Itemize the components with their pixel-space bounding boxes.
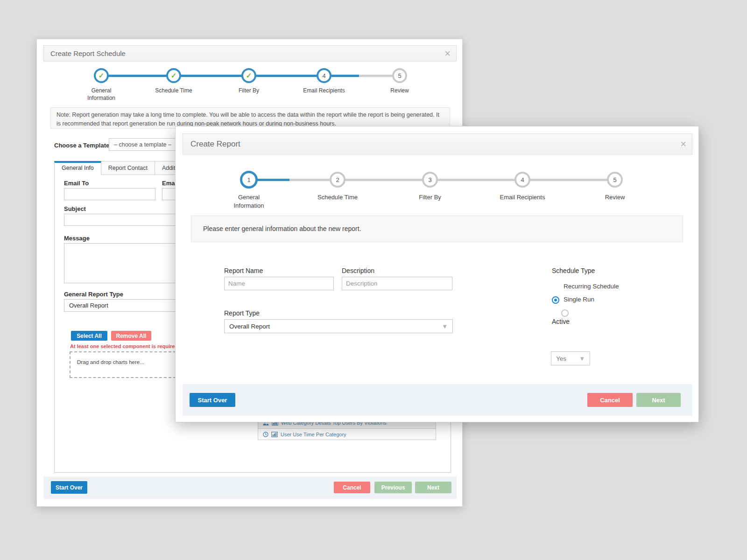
chevron-down-icon: ▼ [442, 323, 448, 330]
modal-footer: Start Over Cancel Previous Next [43, 476, 457, 499]
previous-button[interactable]: Previous [374, 482, 412, 493]
email-to-label: Email To [64, 180, 89, 187]
cancel-button[interactable]: Cancel [334, 482, 370, 493]
step-label: General Information [81, 87, 122, 102]
next-button[interactable]: Next [636, 393, 681, 407]
recurring-schedule-radio[interactable] [552, 296, 559, 304]
start-over-button[interactable]: Start Over [190, 393, 235, 407]
step-circle-schedule-time[interactable]: 2 [330, 172, 345, 188]
message-label: Message [64, 235, 90, 242]
modal-header: Create Report Schedule × [43, 45, 457, 62]
step-label: Schedule Time [143, 87, 204, 94]
step-label: Review [369, 87, 430, 94]
start-over-button[interactable]: Start Over [51, 481, 87, 494]
select-all-button[interactable]: Select All [71, 331, 107, 341]
create-report-modal: Create Report × 1 2 3 4 5 General Inform… [175, 126, 699, 422]
step-label: Review [582, 193, 648, 202]
step-circle-filter-by[interactable]: 3 [422, 172, 438, 188]
step-label: Email Recipients [294, 87, 354, 94]
single-run-label[interactable]: Single Run [564, 296, 594, 303]
tab-report-contact[interactable]: Report Contact [101, 161, 155, 175]
general-report-type-value: Overall Report [69, 302, 108, 309]
general-report-type-label: General Report Type [64, 291, 123, 298]
modal-header: Create Report × [183, 133, 692, 154]
active-value: Yes [556, 355, 566, 362]
clock-icon [263, 432, 268, 437]
step-circle-general-information[interactable]: ✓ [94, 68, 109, 83]
description-input[interactable] [342, 277, 452, 290]
modal-title: Create Report [190, 140, 240, 149]
report-name-label: Report Name [224, 267, 263, 274]
chart-item-label: User Use Time Per Category [281, 432, 346, 437]
cancel-button[interactable]: Cancel [587, 393, 633, 407]
check-icon: ✓ [99, 71, 105, 80]
info-message: Please enter general information about t… [191, 216, 683, 242]
next-button[interactable]: Next [415, 482, 451, 493]
active-label: Active [552, 318, 570, 325]
step-circle-review[interactable]: 5 [392, 68, 407, 83]
email-to-input[interactable] [64, 188, 155, 200]
choose-template-label: Choose a Template: [54, 142, 112, 149]
report-type-value: Overall Report [229, 323, 270, 330]
check-icon: ✓ [171, 71, 177, 80]
step-label: Schedule Time [305, 193, 370, 202]
single-run-radio[interactable] [561, 309, 569, 317]
active-select[interactable]: Yes ▼ [551, 351, 590, 365]
validation-error: At least one selected component is requi… [70, 343, 180, 349]
report-name-input[interactable] [224, 277, 334, 290]
step-circle-email-recipients[interactable]: 4 [514, 172, 530, 188]
step-circle-review[interactable]: 5 [607, 172, 623, 188]
chart-list-item[interactable]: User Use Time Per Category [258, 428, 436, 440]
description-label: Description [342, 267, 374, 274]
step-circle-general-information[interactable]: 1 [240, 171, 258, 189]
close-icon[interactable]: × [675, 139, 692, 149]
tab-general-info[interactable]: General Info [54, 161, 101, 175]
wizard-stepper: ✓ ✓ ✓ 4 5 General Information Schedule T… [43, 68, 457, 109]
step-circle-email-recipients[interactable]: 4 [317, 68, 331, 83]
recurring-schedule-label[interactable]: Recurring Schedule [564, 283, 619, 290]
step-circle-schedule-time[interactable]: ✓ [166, 68, 181, 83]
template-select-value: – choose a template – [114, 141, 171, 148]
report-type-select[interactable]: Overall Report ▼ [224, 319, 453, 333]
modal-title: Create Report Schedule [50, 49, 126, 57]
subject-label: Subject [64, 205, 86, 212]
check-icon: ✓ [246, 71, 252, 80]
close-icon[interactable]: × [439, 49, 456, 59]
modal-footer: Start Over Cancel Next [183, 384, 692, 416]
page-background: { "icons": { "close": "×", "chevron_down… [0, 0, 747, 560]
step-label: Filter By [397, 193, 463, 202]
bar-chart-icon [271, 432, 278, 437]
step-label: Email Recipients [490, 193, 555, 202]
step-label: Filter By [218, 87, 279, 94]
chevron-down-icon: ▼ [579, 355, 585, 362]
schedule-type-label: Schedule Type [552, 267, 595, 274]
step-circle-filter-by[interactable]: ✓ [241, 68, 256, 83]
remove-all-button[interactable]: Remove All [111, 331, 151, 341]
step-label: General Information [228, 193, 269, 210]
report-type-label: Report Type [224, 309, 260, 317]
wizard-stepper: 1 2 3 4 5 General Information Schedule T… [183, 169, 692, 218]
